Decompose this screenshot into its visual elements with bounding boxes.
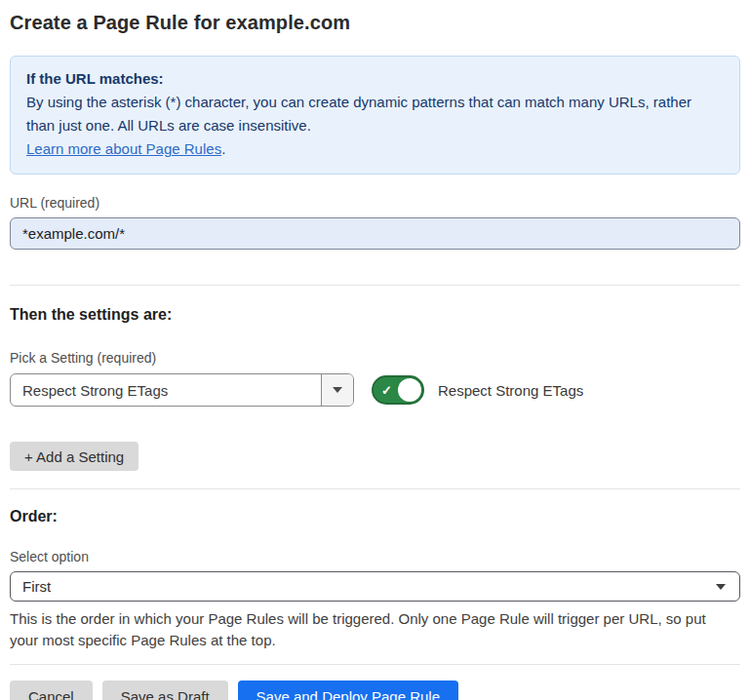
setting-dropdown-value: Respect Strong ETags xyxy=(11,374,321,406)
save-draft-button[interactable]: Save as Draft xyxy=(102,681,228,700)
divider xyxy=(10,488,740,489)
order-heading: Order: xyxy=(10,508,740,525)
cancel-button[interactable]: Cancel xyxy=(10,681,93,700)
pick-setting-label: Pick a Setting (required) xyxy=(10,350,740,366)
save-deploy-button[interactable]: Save and Deploy Page Rule xyxy=(238,681,458,700)
settings-heading: Then the settings are: xyxy=(10,306,740,324)
add-setting-button[interactable]: + Add a Setting xyxy=(10,442,138,471)
order-select[interactable]: First xyxy=(10,571,740,602)
footer-buttons: Cancel Save as Draft Save and Deploy Pag… xyxy=(10,681,740,700)
order-select-value: First xyxy=(22,578,51,595)
page-title: Create a Page Rule for example.com xyxy=(10,12,740,34)
url-label: URL (required) xyxy=(10,195,740,211)
toggle-label: Respect Strong ETags xyxy=(438,382,583,399)
info-box-heading: If the URL matches: xyxy=(26,67,724,91)
url-match-info-box: If the URL matches: By using the asteris… xyxy=(10,56,740,175)
chevron-down-icon xyxy=(333,387,342,393)
toggle-check-icon: ✓ xyxy=(381,384,392,397)
setting-dropdown-arrow-button[interactable] xyxy=(321,374,353,406)
setting-row: Respect Strong ETags ✓ Respect Strong ET… xyxy=(10,373,740,407)
toggle-knob xyxy=(398,378,421,402)
url-input[interactable] xyxy=(10,217,740,250)
setting-dropdown[interactable]: Respect Strong ETags xyxy=(10,373,354,407)
order-help-text: This is the order in which your Page Rul… xyxy=(10,608,736,651)
info-box-link-line: Learn more about Page Rules. xyxy=(26,137,724,161)
info-box-body: By using the asterisk (*) character, you… xyxy=(26,91,724,137)
page-rule-form: Create a Page Rule for example.com If th… xyxy=(0,0,750,700)
learn-more-link[interactable]: Learn more about Page Rules xyxy=(26,140,221,157)
chevron-down-icon xyxy=(716,584,726,590)
etag-toggle[interactable]: ✓ xyxy=(372,375,424,405)
divider xyxy=(10,285,740,286)
link-period: . xyxy=(221,140,225,157)
select-option-label: Select option xyxy=(10,549,740,564)
divider xyxy=(10,664,740,665)
